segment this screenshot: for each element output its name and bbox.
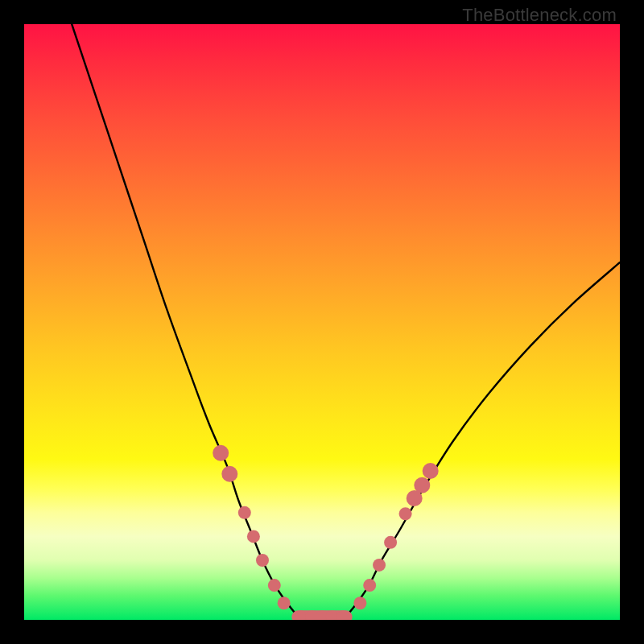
right-curve [346, 262, 620, 617]
watermark-text: TheBottleneck.com [462, 5, 617, 26]
right-marker-6 [414, 477, 430, 493]
right-marker-0 [353, 597, 366, 609]
chart-svg [24, 24, 620, 620]
left-marker-1 [221, 466, 237, 482]
left-marker-5 [268, 579, 281, 592]
plot-area [24, 24, 620, 620]
right-marker-4 [399, 507, 412, 520]
left-marker-4 [256, 554, 269, 567]
right-marker-7 [423, 463, 439, 479]
left-marker-2 [238, 506, 251, 519]
left-curve [72, 24, 298, 617]
left-marker-6 [278, 597, 291, 609]
chart-frame: TheBottleneck.com [0, 0, 644, 644]
right-marker-1 [363, 579, 376, 592]
left-marker-3 [247, 530, 260, 543]
left-marker-0 [213, 445, 229, 461]
right-marker-3 [384, 536, 397, 549]
right-marker-2 [373, 559, 386, 572]
